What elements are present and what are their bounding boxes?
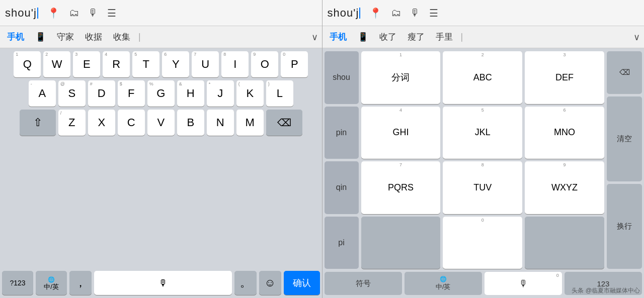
right-toolbar-icons: 📍 🗂 🎙 ☰ [369, 7, 438, 19]
key-B[interactable]: B [177, 110, 204, 136]
location-icon[interactable]: 📍 [47, 7, 60, 19]
suggestion-shoujii[interactable]: 手机 [4, 30, 27, 44]
key-row-2: -A @S #D $F %G &H *J (K )L [2, 80, 320, 107]
list-icon[interactable]: ☰ [107, 7, 116, 19]
key-J[interactable]: *J [207, 80, 234, 107]
suggestion-shouji2[interactable]: 收集 [110, 30, 133, 44]
key-K[interactable]: (K [236, 80, 264, 107]
right-suggestion-phone-icon[interactable]: 📱 [355, 31, 371, 43]
right-keyboard: shou'j 📍 🗂 🎙 ☰ 手机 📱 收了 瘦了 手里 | ∨ shou pi… [323, 0, 645, 298]
numpad-key-0[interactable]: 0 [443, 217, 522, 269]
syllable-qin[interactable]: qin [325, 161, 359, 214]
right-folder-icon[interactable]: 🗂 [391, 7, 401, 19]
right-key-symbol[interactable]: 符号 [325, 272, 402, 295]
numpad-key-4[interactable]: 4GHI [361, 107, 441, 159]
key-num-switch[interactable]: ?123 [2, 271, 33, 295]
key-emoji[interactable]: ☺ [259, 271, 281, 295]
left-toolbar-icons: 📍 🗂 🎙 ☰ [47, 7, 116, 19]
left-bottom-row: ?123 🌐 中/英 ， 🎙 。 ☺ 确认 [0, 271, 322, 298]
key-A[interactable]: -A [29, 80, 56, 107]
folder-icon[interactable]: 🗂 [69, 7, 79, 19]
key-N[interactable]: N [207, 110, 234, 136]
numpad-key-9[interactable]: 9WXYZ [525, 161, 604, 214]
side-column: ⌫ 清空 换行 [607, 51, 642, 269]
key-V[interactable]: V [147, 110, 175, 136]
key-R[interactable]: 4R [103, 51, 130, 77]
right-suggestion-bar: 手机 📱 收了 瘦了 手里 | ∨ [323, 26, 645, 48]
right-suggestion-shouli[interactable]: 手里 [433, 30, 456, 44]
numpad-area: shou pin qin pi 1分词 2ABC 3DEF 4GHI 5JKL … [323, 48, 645, 272]
numpad-key-7[interactable]: 7PQRS [361, 161, 441, 214]
key-Q[interactable]: 1Q [14, 51, 41, 77]
left-suggestion-bar: 手机 📱 守家 收据 收集 | ∨ [0, 26, 322, 48]
numpad-key-2[interactable]: 2ABC [443, 51, 522, 104]
key-U[interactable]: 7U [192, 51, 219, 77]
key-period[interactable]: 。 [234, 271, 257, 295]
right-suggestion-shoule2[interactable]: 瘦了 [405, 30, 428, 44]
right-suggestion-expand-button[interactable]: ∨ [633, 32, 640, 43]
suggestion-shoujia[interactable]: 守家 [54, 30, 77, 44]
key-F[interactable]: $F [118, 80, 145, 107]
right-input-bar: shou'j 📍 🗂 🎙 ☰ [323, 0, 645, 26]
numpad-grid: 1分词 2ABC 3DEF 4GHI 5JKL 6MNO 7PQRS 8TUV … [361, 51, 605, 269]
suggestion-shouju[interactable]: 收据 [82, 30, 105, 44]
key-Z[interactable]: /Z [58, 110, 86, 136]
left-input-bar: shou'j 📍 🗂 🎙 ☰ [0, 0, 322, 26]
mic-icon[interactable]: 🎙 [88, 7, 98, 19]
syllable-pi[interactable]: pi [325, 217, 359, 269]
key-comma[interactable]: ， [69, 271, 92, 295]
key-Y[interactable]: 6Y [162, 51, 189, 77]
right-input-text: shou'j [328, 7, 359, 20]
right-suggestion-shoule[interactable]: 收了 [376, 30, 399, 44]
numpad-key-6[interactable]: 6MNO [525, 107, 604, 159]
numpad-key-5[interactable]: 5JKL [443, 107, 522, 159]
right-mic-icon[interactable]: 🎙 [410, 7, 420, 19]
key-S[interactable]: @S [58, 80, 86, 107]
key-lang-switch[interactable]: 🌐 中/英 [36, 271, 67, 295]
right-mic-small-icon: 🎙 [519, 278, 528, 289]
key-C[interactable]: C [118, 110, 145, 136]
key-shift[interactable]: ⇧ [20, 110, 56, 136]
right-cursor [359, 8, 360, 19]
key-I[interactable]: 8I [221, 51, 249, 77]
side-key-delete[interactable]: ⌫ [607, 51, 642, 94]
side-key-clear[interactable]: 清空 [607, 96, 642, 181]
numpad-key-8[interactable]: 8TUV [443, 161, 522, 214]
key-row-1: 1Q 2W 3E 4R 5T 6Y 7U 8I 9O 0P [2, 51, 320, 77]
left-cursor [37, 8, 38, 19]
suggestion-expand-button[interactable]: ∨ [311, 32, 318, 43]
key-delete[interactable]: ⌫ [266, 110, 302, 136]
key-O[interactable]: 9O [251, 51, 278, 77]
syllable-shou[interactable]: shou [325, 51, 359, 104]
right-key-lang[interactable]: 🌐 中/英 [405, 272, 482, 295]
key-D[interactable]: #D [88, 80, 115, 107]
right-key-mic[interactable]: 0 🎙 [485, 272, 562, 295]
left-keys-area: 1Q 2W 3E 4R 5T 6Y 7U 8I 9O 0P -A @S #D $… [0, 48, 322, 271]
key-G[interactable]: %G [147, 80, 175, 107]
suggestion-divider: | [138, 32, 141, 42]
key-W[interactable]: 2W [43, 51, 70, 77]
key-H[interactable]: &H [177, 80, 204, 107]
key-space[interactable]: 🎙 [94, 271, 232, 295]
right-list-icon[interactable]: ☰ [429, 7, 438, 19]
right-suggestion-shouji[interactable]: 手机 [327, 30, 350, 44]
syllable-column: shou pin qin pi [325, 51, 359, 269]
key-P[interactable]: 0P [281, 51, 308, 77]
key-X[interactable]: X [88, 110, 115, 136]
left-keyboard: shou'j 📍 🗂 🎙 ☰ 手机 📱 守家 收据 收集 | ∨ 1Q 2W 3… [0, 0, 323, 298]
key-M[interactable]: M [236, 110, 264, 136]
mic-small-icon: 🎙 [158, 278, 168, 288]
key-row-3: ⇧ /Z X C V B N M ⌫ [2, 110, 320, 136]
numpad-key-1[interactable]: 1分词 [361, 51, 441, 104]
side-key-newline[interactable]: 换行 [607, 184, 642, 269]
key-L[interactable]: )L [266, 80, 293, 107]
watermark: 头条 @临夏市融媒体中心 [572, 286, 640, 295]
right-location-icon[interactable]: 📍 [369, 7, 382, 19]
key-E[interactable]: 3E [73, 51, 100, 77]
key-confirm[interactable]: 确认 [284, 271, 320, 295]
numpad-key-empty-left [361, 217, 441, 269]
key-T[interactable]: 5T [132, 51, 159, 77]
numpad-key-3[interactable]: 3DEF [525, 51, 604, 104]
suggestion-phone-icon[interactable]: 📱 [32, 31, 49, 43]
syllable-pin[interactable]: pin [325, 107, 359, 159]
